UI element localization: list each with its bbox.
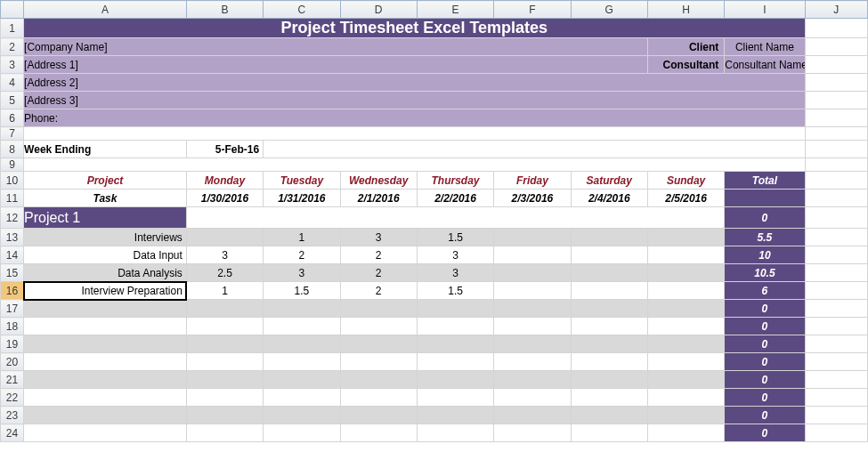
col-E[interactable]: E (417, 1, 493, 19)
date-0[interactable]: 1/30/2016 (186, 190, 263, 207)
col-A[interactable]: A (24, 1, 187, 19)
cell-G20[interactable] (571, 353, 647, 371)
task-1-day-1[interactable]: 2 (264, 246, 340, 264)
rowhdr-2[interactable]: 2 (1, 38, 24, 56)
client-label[interactable]: Client (647, 38, 724, 56)
task-1-total[interactable]: 10 (725, 246, 805, 264)
date-6[interactable]: 2/5/2016 (647, 190, 724, 207)
consultant-value[interactable]: Consultant Name (725, 56, 805, 74)
task-2-day-4[interactable] (494, 264, 571, 282)
task-0-day-3[interactable]: 1.5 (417, 229, 493, 246)
rowhdr-14[interactable]: 14 (1, 246, 24, 264)
total-20[interactable]: 0 (725, 353, 805, 371)
cell-F21[interactable] (494, 371, 571, 389)
row-4[interactable]: 4 [Address 2] (1, 74, 868, 92)
total-21[interactable]: 0 (725, 371, 805, 389)
rowhdr-1[interactable]: 1 (1, 19, 24, 38)
cell-G24[interactable] (571, 424, 647, 442)
cell-F19[interactable] (494, 335, 571, 353)
rowhdr-23[interactable]: 23 (1, 407, 24, 424)
cell-J7[interactable] (805, 127, 867, 141)
cell-A18[interactable] (24, 318, 187, 335)
task-header[interactable]: Task (24, 190, 187, 207)
rowhdr-6[interactable]: 6 (1, 109, 24, 127)
cell-H20[interactable] (647, 353, 724, 371)
rowhdr-3[interactable]: 3 (1, 56, 24, 74)
project-name[interactable]: Project 1 (24, 207, 187, 229)
cell-B12[interactable] (186, 207, 724, 229)
row-11[interactable]: 11 Task 1/30/2016 1/31/2016 2/1/2016 2/2… (1, 190, 868, 207)
row-15[interactable]: 15Data Analysis2.532310.5 (1, 264, 868, 282)
cell-A21[interactable] (24, 371, 187, 389)
total-18[interactable]: 0 (725, 318, 805, 335)
total-blank-11[interactable] (725, 190, 805, 207)
task-2-day-3[interactable]: 3 (417, 264, 493, 282)
task-1-day-3[interactable]: 3 (417, 246, 493, 264)
cell-D19[interactable] (340, 335, 417, 353)
task-0-day-2[interactable]: 3 (340, 229, 417, 246)
cell-F22[interactable] (494, 389, 571, 407)
cell-B22[interactable] (186, 389, 263, 407)
cell-A23[interactable] (24, 407, 187, 424)
task-3-day-2[interactable]: 2 (340, 282, 417, 300)
task-name-1[interactable]: Data Input (24, 246, 187, 264)
cell-B18[interactable] (186, 318, 263, 335)
cell-A22[interactable] (24, 389, 187, 407)
day-mon[interactable]: Monday (186, 172, 263, 190)
cell-A7[interactable] (24, 127, 806, 141)
cell-C20[interactable] (264, 353, 340, 371)
day-sun[interactable]: Sunday (647, 172, 724, 190)
cell-A9[interactable] (24, 158, 806, 172)
total-22[interactable]: 0 (725, 389, 805, 407)
cell-H21[interactable] (647, 371, 724, 389)
rowhdr-10[interactable]: 10 (1, 172, 24, 190)
task-1-day-6[interactable] (647, 246, 724, 264)
task-2-day-0[interactable]: 2.5 (186, 264, 263, 282)
cell-D20[interactable] (340, 353, 417, 371)
cell-A19[interactable] (24, 335, 187, 353)
task-2-total[interactable]: 10.5 (725, 264, 805, 282)
cell-E21[interactable] (417, 371, 493, 389)
col-I[interactable]: I (725, 1, 805, 19)
cell-J6[interactable] (805, 109, 867, 127)
cell-J16[interactable] (805, 282, 867, 300)
day-fri[interactable]: Friday (494, 172, 571, 190)
row-2[interactable]: 2 [Company Name] Client Client Name (1, 38, 868, 56)
client-value[interactable]: Client Name (725, 38, 805, 56)
row-13[interactable]: 13Interviews131.55.5 (1, 229, 868, 246)
rowhdr-13[interactable]: 13 (1, 229, 24, 246)
row-5[interactable]: 5 [Address 3] (1, 92, 868, 109)
row-9[interactable]: 9 (1, 158, 868, 172)
total-17[interactable]: 0 (725, 300, 805, 318)
cell-F20[interactable] (494, 353, 571, 371)
total-12[interactable]: 0 (725, 207, 805, 229)
task-name-0[interactable]: Interviews (24, 229, 187, 246)
cell-B21[interactable] (186, 371, 263, 389)
task-0-day-4[interactable] (494, 229, 571, 246)
task-3-day-4[interactable] (494, 282, 571, 300)
task-0-total[interactable]: 5.5 (725, 229, 805, 246)
row-10[interactable]: 10 Project Monday Tuesday Wednesday Thur… (1, 172, 868, 190)
cell-H23[interactable] (647, 407, 724, 424)
cell-C8[interactable] (264, 141, 805, 158)
task-1-day-2[interactable]: 2 (340, 246, 417, 264)
task-name-3[interactable]: Interview Preparation (24, 282, 187, 300)
row-18[interactable]: 180 (1, 318, 868, 335)
row-7[interactable]: 7 (1, 127, 868, 141)
cell-J10[interactable] (805, 172, 867, 190)
cell-J20[interactable] (805, 353, 867, 371)
rowhdr-22[interactable]: 22 (1, 389, 24, 407)
cell-D22[interactable] (340, 389, 417, 407)
company-name[interactable]: [Company Name] (24, 38, 648, 56)
cell-J11[interactable] (805, 190, 867, 207)
cell-J24[interactable] (805, 424, 867, 442)
rowhdr-20[interactable]: 20 (1, 353, 24, 371)
cell-A17[interactable] (24, 300, 187, 318)
cell-C18[interactable] (264, 318, 340, 335)
row-12[interactable]: 12 Project 1 0 (1, 207, 868, 229)
row-22[interactable]: 220 (1, 389, 868, 407)
col-G[interactable]: G (571, 1, 647, 19)
spreadsheet-grid[interactable]: A B C D E F G H I J 1 Project Timesheet … (0, 0, 868, 442)
cell-A20[interactable] (24, 353, 187, 371)
cell-E17[interactable] (417, 300, 493, 318)
